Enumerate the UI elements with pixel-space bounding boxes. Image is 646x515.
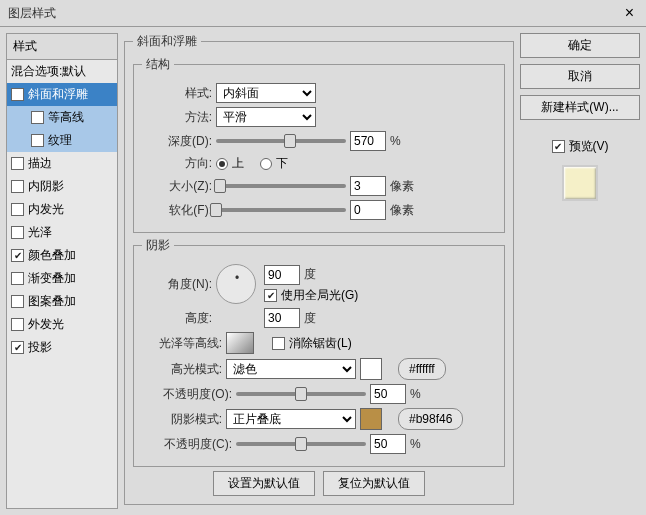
sidebar-label-4: 内阴影 xyxy=(28,178,64,195)
sh-color-hex: #b98f46 xyxy=(398,408,463,430)
bevel-panel: 斜面和浮雕 结构 样式: 内斜面 方法: 平滑 深度(D): % xyxy=(124,33,514,505)
direction-down-label: 下 xyxy=(276,155,288,172)
antialias-check[interactable] xyxy=(272,337,285,350)
sidebar-label-8: 渐变叠加 xyxy=(28,270,76,287)
sidebar-check-9[interactable] xyxy=(11,295,24,308)
sidebar-check-4[interactable] xyxy=(11,180,24,193)
soften-slider[interactable] xyxy=(216,208,346,212)
style-select[interactable]: 内斜面 xyxy=(216,83,316,103)
altitude-label: 高度: xyxy=(142,310,212,327)
sidebar-label-0: 斜面和浮雕 xyxy=(28,86,88,103)
sidebar-label-7: 颜色叠加 xyxy=(28,247,76,264)
altitude-input[interactable] xyxy=(264,308,300,328)
cancel-button[interactable]: 取消 xyxy=(520,64,640,89)
sidebar-item-1[interactable]: 等高线 xyxy=(7,106,117,129)
sidebar-check-0[interactable] xyxy=(11,88,24,101)
depth-label: 深度(D): xyxy=(142,133,212,150)
sidebar-check-3[interactable] xyxy=(11,157,24,170)
styles-sidebar: 样式 混合选项:默认 斜面和浮雕等高线纹理描边内阴影内发光光泽颜色叠加渐变叠加图… xyxy=(6,33,118,509)
global-light-check[interactable] xyxy=(264,289,277,302)
percent-unit: % xyxy=(390,134,401,148)
soften-input[interactable] xyxy=(350,200,386,220)
gloss-label: 光泽等高线: xyxy=(142,335,222,352)
angle-dial[interactable] xyxy=(216,264,256,304)
sidebar-label-9: 图案叠加 xyxy=(28,293,76,310)
new-style-button[interactable]: 新建样式(W)... xyxy=(520,95,640,120)
size-slider[interactable] xyxy=(216,184,346,188)
sidebar-item-4[interactable]: 内阴影 xyxy=(7,175,117,198)
sidebar-check-7[interactable] xyxy=(11,249,24,262)
sidebar-check-11[interactable] xyxy=(11,341,24,354)
opacity-o-input[interactable] xyxy=(370,384,406,404)
depth-slider[interactable] xyxy=(216,139,346,143)
hl-mode-label: 高光模式: xyxy=(142,361,222,378)
sidebar-label-10: 外发光 xyxy=(28,316,64,333)
opacity-c-slider[interactable] xyxy=(236,442,366,446)
sidebar-header: 样式 xyxy=(7,34,117,60)
sidebar-check-2[interactable] xyxy=(31,134,44,147)
sidebar-item-7[interactable]: 颜色叠加 xyxy=(7,244,117,267)
gloss-contour[interactable] xyxy=(226,332,254,354)
ok-button[interactable]: 确定 xyxy=(520,33,640,58)
px-unit: 像素 xyxy=(390,178,414,195)
sh-mode-label: 阴影模式: xyxy=(142,411,222,428)
sidebar-label-2: 纹理 xyxy=(48,132,72,149)
opacity-o-slider[interactable] xyxy=(236,392,366,396)
structure-legend: 结构 xyxy=(142,56,174,73)
reset-default-button[interactable]: 复位为默认值 xyxy=(323,471,425,496)
sidebar-item-10[interactable]: 外发光 xyxy=(7,313,117,336)
preview-swatch xyxy=(562,165,598,201)
hl-color-swatch[interactable] xyxy=(360,358,382,380)
sidebar-label-5: 内发光 xyxy=(28,201,64,218)
antialias-label: 消除锯齿(L) xyxy=(289,335,352,352)
sidebar-label-11: 投影 xyxy=(28,339,52,356)
sidebar-check-8[interactable] xyxy=(11,272,24,285)
direction-label: 方向: xyxy=(142,155,212,172)
blend-options[interactable]: 混合选项:默认 xyxy=(7,60,117,83)
sidebar-item-0[interactable]: 斜面和浮雕 xyxy=(7,83,117,106)
make-default-button[interactable]: 设置为默认值 xyxy=(213,471,315,496)
sidebar-item-9[interactable]: 图案叠加 xyxy=(7,290,117,313)
size-input[interactable] xyxy=(350,176,386,196)
preview-check[interactable] xyxy=(552,140,565,153)
method-select[interactable]: 平滑 xyxy=(216,107,316,127)
sidebar-label-1: 等高线 xyxy=(48,109,84,126)
direction-down-radio[interactable] xyxy=(260,158,272,170)
angle-input[interactable] xyxy=(264,265,300,285)
sidebar-item-2[interactable]: 纹理 xyxy=(7,129,117,152)
opacity-o-label: 不透明度(O): xyxy=(142,386,232,403)
sidebar-check-5[interactable] xyxy=(11,203,24,216)
direction-up-radio[interactable] xyxy=(216,158,228,170)
hl-mode-select[interactable]: 滤色 xyxy=(226,359,356,379)
sidebar-item-6[interactable]: 光泽 xyxy=(7,221,117,244)
shading-legend: 阴影 xyxy=(142,237,174,254)
sidebar-check-6[interactable] xyxy=(11,226,24,239)
sidebar-item-8[interactable]: 渐变叠加 xyxy=(7,267,117,290)
hl-color-hex: #ffffff xyxy=(398,358,446,380)
sidebar-label-3: 描边 xyxy=(28,155,52,172)
opacity-c-label: 不透明度(C): xyxy=(142,436,232,453)
preview-label: 预览(V) xyxy=(569,138,609,155)
depth-input[interactable] xyxy=(350,131,386,151)
sidebar-label-6: 光泽 xyxy=(28,224,52,241)
style-label: 样式: xyxy=(142,85,212,102)
soften-label: 软化(F): xyxy=(142,202,212,219)
dialog-title: 图层样式 xyxy=(8,5,56,22)
angle-label: 角度(N): xyxy=(142,276,212,293)
sidebar-item-5[interactable]: 内发光 xyxy=(7,198,117,221)
sidebar-item-3[interactable]: 描边 xyxy=(7,152,117,175)
sidebar-check-10[interactable] xyxy=(11,318,24,331)
opacity-c-input[interactable] xyxy=(370,434,406,454)
sidebar-item-11[interactable]: 投影 xyxy=(7,336,117,359)
close-icon[interactable]: × xyxy=(621,4,638,22)
size-label: 大小(Z): xyxy=(142,178,212,195)
method-label: 方法: xyxy=(142,109,212,126)
bevel-legend: 斜面和浮雕 xyxy=(133,33,201,50)
sh-mode-select[interactable]: 正片叠底 xyxy=(226,409,356,429)
global-light-label: 使用全局光(G) xyxy=(281,287,358,304)
sidebar-check-1[interactable] xyxy=(31,111,44,124)
direction-up-label: 上 xyxy=(232,155,244,172)
sh-color-swatch[interactable] xyxy=(360,408,382,430)
